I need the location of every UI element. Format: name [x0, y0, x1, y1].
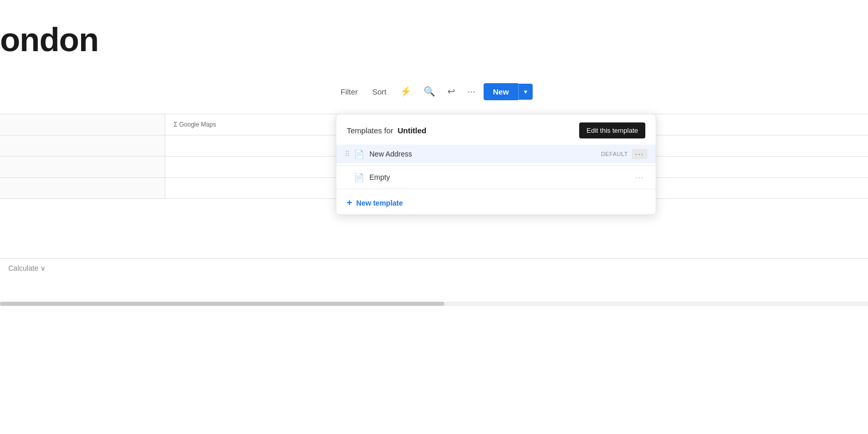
toolbar: Filter Sort ⚡ 🔍 ↩ ··· New ▾ — [0, 83, 868, 100]
calculate-label: Calculate — [8, 264, 38, 272]
lightning-icon[interactable]: ⚡ — [396, 83, 415, 100]
calculate-chevron-icon: ∨ — [40, 264, 45, 272]
sort-button[interactable]: Sort — [367, 84, 392, 99]
scrollbar-thumb[interactable] — [0, 302, 444, 306]
undo-icon[interactable]: ↩ — [443, 83, 459, 100]
drag-handle-icon: ⠿ — [345, 150, 350, 158]
doc-icon-empty: 📄 — [354, 173, 364, 182]
dropdown-header: Templates for Untitled Edit this templat… — [336, 114, 656, 145]
table-cell-left-2 — [0, 157, 165, 177]
new-button-group: New ▾ — [484, 83, 533, 100]
col-left-header — [0, 114, 165, 135]
col-mid-header-label: Σ Google Maps — [174, 121, 216, 128]
new-template-label: New template — [357, 199, 403, 207]
dropdown-title: Templates for Untitled — [347, 126, 426, 135]
new-button[interactable]: New — [484, 83, 518, 100]
filter-button[interactable]: Filter — [335, 84, 363, 99]
scrollbar-track[interactable] — [0, 302, 868, 306]
new-template-plus-icon: + — [347, 197, 352, 208]
default-badge: DEFAULT — [601, 151, 628, 157]
calculate-button[interactable]: Calculate ∨ — [8, 264, 45, 272]
template-more-button-new-address[interactable]: ··· — [632, 149, 647, 159]
templates-dropdown: Templates for Untitled Edit this templat… — [336, 114, 656, 215]
dropdown-title-prefix: Templates for — [347, 126, 393, 135]
calculate-row: Calculate ∨ — [0, 258, 868, 277]
template-name-new-address: New Address — [369, 150, 601, 158]
dropdown-divider — [336, 165, 656, 166]
edit-template-tooltip[interactable]: Edit this template — [579, 122, 645, 138]
page-title: ondon — [0, 21, 98, 59]
new-template-button[interactable]: + New template — [336, 191, 656, 214]
template-item-new-address[interactable]: ⠿ 📄 New Address DEFAULT ··· — [336, 145, 656, 163]
table-cell-left-1 — [0, 135, 165, 156]
template-name-empty: Empty — [369, 173, 632, 181]
new-chevron-button[interactable]: ▾ — [518, 84, 533, 100]
table-cell-left-3 — [0, 178, 165, 198]
doc-icon-new-address: 📄 — [354, 149, 364, 159]
dropdown-title-name: Untitled — [397, 126, 426, 135]
more-icon[interactable]: ··· — [463, 83, 479, 100]
search-icon[interactable]: 🔍 — [420, 83, 439, 100]
template-more-button-empty[interactable]: ··· — [632, 172, 647, 182]
template-item-empty[interactable]: ⠿ 📄 Empty ··· — [336, 168, 656, 187]
dropdown-divider-2 — [336, 189, 656, 189]
